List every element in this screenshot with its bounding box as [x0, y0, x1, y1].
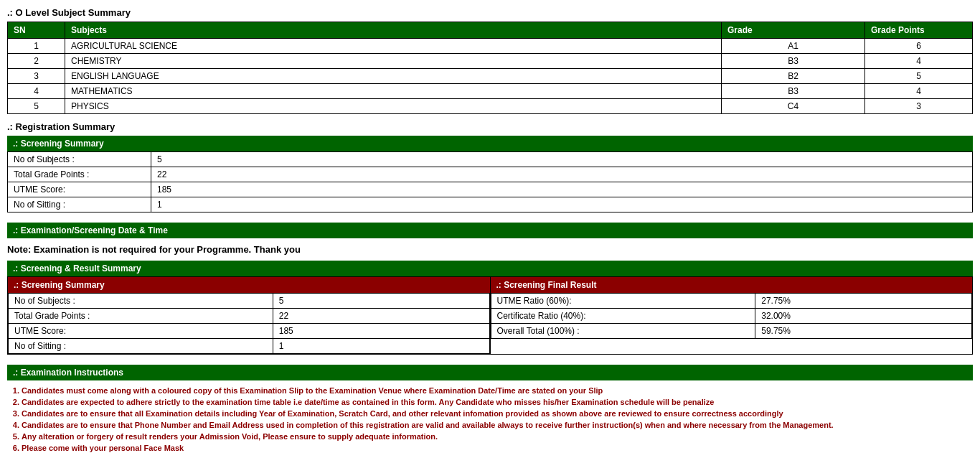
olevel-table: SN Subjects Grade Grade Points 1 AGRICUL… [7, 22, 973, 114]
list-item: Candidates are expected to adhere strict… [22, 398, 973, 406]
list-item: No of Subjects : 5 [9, 294, 490, 309]
list-item: Total Grade Points : 22 [9, 309, 490, 324]
field-label: No of Subjects : [9, 294, 273, 309]
gp-cell: 3 [865, 99, 973, 114]
list-item: Please come with your personal Face Mask [22, 444, 973, 452]
field-label: No of Sitting : [9, 339, 273, 354]
gp-cell: 5 [865, 69, 973, 84]
field-value: 32.00% [755, 309, 972, 324]
instructions-bar: .: Examination Instructions [7, 365, 973, 380]
olevel-header-sn: SN [8, 22, 65, 39]
olevel-header-grade: Grade [722, 22, 865, 39]
field-label: Total Grade Points : [9, 309, 273, 324]
list-item: Certificate Ratio (40%): 32.00% [491, 309, 972, 324]
list-item: Total Grade Points : 22 [8, 167, 973, 182]
field-label: UTME Ratio (60%): [491, 294, 755, 309]
list-item: Overall Total (100%) : 59.75% [491, 324, 972, 339]
screening-result-bar: .: Screening & Result Summary [7, 261, 973, 276]
sn-cell: 2 [8, 54, 65, 69]
list-item: UTME Score: 185 [9, 324, 490, 339]
field-value: 5 [273, 294, 489, 309]
reg-summary-table: No of Subjects : 5 Total Grade Points : … [7, 151, 973, 212]
grade-cell: B3 [722, 54, 865, 69]
table-row: 1 AGRICULTURAL SCIENCE A1 6 [8, 39, 973, 54]
subject-cell: MATHEMATICS [65, 84, 722, 99]
table-row: 3 ENGLISH LANGUAGE B2 5 [8, 69, 973, 84]
sn-cell: 3 [8, 69, 65, 84]
list-item: Candidates are to ensure that Phone Numb… [22, 421, 973, 429]
screening-result-outer-table: .: Screening Summary No of Subjects : 5 … [7, 276, 973, 355]
screening-left-bar: .: Screening Summary [8, 277, 490, 293]
screening-left-table: No of Subjects : 5 Total Grade Points : … [8, 293, 490, 354]
list-item: Candidates are to ensure that all Examin… [22, 409, 973, 418]
field-label: Overall Total (100%) : [491, 324, 755, 339]
gp-cell: 4 [865, 84, 973, 99]
sn-cell: 4 [8, 84, 65, 99]
screening-summary-bar-1: .: Screening Summary [7, 136, 973, 151]
field-label: No of Subjects : [8, 152, 151, 167]
list-item: Candidates must come along with a colour… [22, 386, 973, 395]
gp-cell: 4 [865, 54, 973, 69]
page-container: .: O Level Subject Summary SN Subjects G… [0, 7, 980, 458]
sn-cell: 1 [8, 39, 65, 54]
subject-cell: ENGLISH LANGUAGE [65, 69, 722, 84]
field-value: 22 [151, 167, 973, 182]
list-item: No of Subjects : 5 [8, 152, 973, 167]
table-row: 5 PHYSICS C4 3 [8, 99, 973, 114]
olevel-title: .: O Level Subject Summary [7, 7, 973, 18]
field-value: 185 [151, 182, 973, 197]
field-label: UTME Score: [8, 182, 151, 197]
field-value: 5 [151, 152, 973, 167]
field-value: 27.75% [755, 294, 972, 309]
list-item: Any alteration or forgery of result rend… [22, 432, 973, 441]
field-value: 1 [273, 339, 489, 354]
grade-cell: A1 [722, 39, 865, 54]
field-value: 22 [273, 309, 489, 324]
field-label: UTME Score: [9, 324, 273, 339]
olevel-header-subjects: Subjects [65, 22, 722, 39]
field-label: No of Sitting : [8, 197, 151, 212]
grade-cell: B3 [722, 84, 865, 99]
grade-cell: C4 [722, 99, 865, 114]
olevel-header-gp: Grade Points [865, 22, 973, 39]
grade-cell: B2 [722, 69, 865, 84]
screening-right-bar: .: Screening Final Result [491, 277, 973, 293]
field-value: 59.75% [755, 324, 972, 339]
table-row: 4 MATHEMATICS B3 4 [8, 84, 973, 99]
subject-cell: AGRICULTURAL SCIENCE [65, 39, 722, 54]
list-item: No of Sitting : 1 [8, 197, 973, 212]
list-item: UTME Ratio (60%): 27.75% [491, 294, 972, 309]
instructions-list: Candidates must come along with a colour… [7, 380, 973, 458]
gp-cell: 6 [865, 39, 973, 54]
field-label: Total Grade Points : [8, 167, 151, 182]
subject-cell: CHEMISTRY [65, 54, 722, 69]
field-label: Certificate Ratio (40%): [491, 309, 755, 324]
subject-cell: PHYSICS [65, 99, 722, 114]
field-value: 1 [151, 197, 973, 212]
list-item: UTME Score: 185 [8, 182, 973, 197]
field-value: 185 [273, 324, 489, 339]
reg-summary-title: .: Registration Summary [7, 121, 973, 132]
screening-right-table: UTME Ratio (60%): 27.75% Certificate Rat… [491, 293, 973, 339]
exam-note: Note: Examination is not required for yo… [7, 238, 973, 261]
exam-date-bar: .: Examination/Screening Date & Time [7, 223, 973, 238]
list-item: No of Sitting : 1 [9, 339, 490, 354]
sn-cell: 5 [8, 99, 65, 114]
table-row: 2 CHEMISTRY B3 4 [8, 54, 973, 69]
